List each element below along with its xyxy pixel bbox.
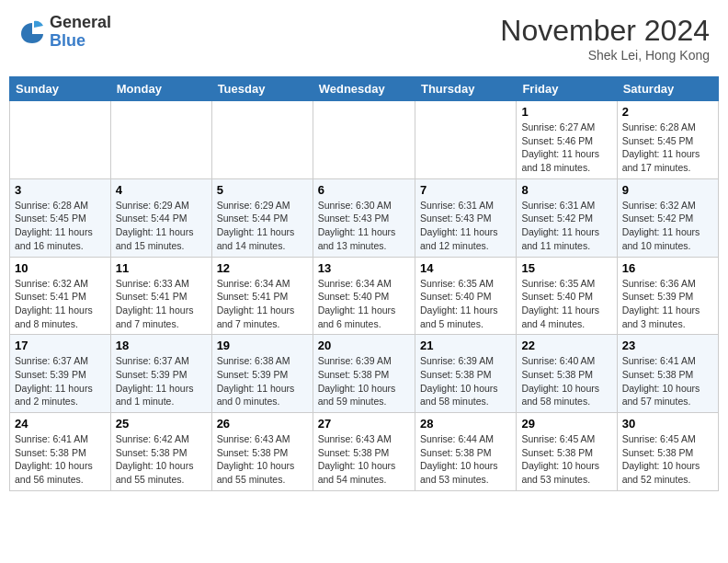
day-number: 26	[217, 417, 308, 431]
calendar-cell: 21Sunrise: 6:39 AM Sunset: 5:38 PM Dayli…	[415, 335, 516, 413]
day-number: 27	[318, 417, 410, 431]
day-info: Sunrise: 6:31 AM Sunset: 5:42 PM Dayligh…	[521, 199, 611, 253]
calendar-cell: 19Sunrise: 6:38 AM Sunset: 5:39 PM Dayli…	[211, 335, 313, 413]
day-info: Sunrise: 6:35 AM Sunset: 5:40 PM Dayligh…	[521, 277, 611, 331]
calendar-cell: 28Sunrise: 6:44 AM Sunset: 5:38 PM Dayli…	[415, 413, 516, 491]
logo-text: General Blue	[50, 14, 111, 51]
calendar-cell	[415, 101, 516, 179]
day-info: Sunrise: 6:37 AM Sunset: 5:39 PM Dayligh…	[116, 354, 207, 408]
logo-blue-text: Blue	[50, 32, 111, 51]
calendar-week-row: 17Sunrise: 6:37 AM Sunset: 5:39 PM Dayli…	[10, 335, 719, 413]
calendar-cell: 20Sunrise: 6:39 AM Sunset: 5:38 PM Dayli…	[313, 335, 415, 413]
calendar-cell: 17Sunrise: 6:37 AM Sunset: 5:39 PM Dayli…	[10, 335, 111, 413]
day-number: 12	[217, 261, 308, 275]
day-number: 8	[521, 183, 611, 197]
calendar-cell: 18Sunrise: 6:37 AM Sunset: 5:39 PM Dayli…	[110, 335, 211, 413]
day-info: Sunrise: 6:38 AM Sunset: 5:39 PM Dayligh…	[217, 354, 308, 408]
day-number: 13	[318, 261, 410, 275]
calendar-cell: 22Sunrise: 6:40 AM Sunset: 5:38 PM Dayli…	[517, 335, 617, 413]
day-number: 14	[420, 261, 511, 275]
day-info: Sunrise: 6:31 AM Sunset: 5:43 PM Dayligh…	[420, 199, 511, 253]
calendar-cell: 15Sunrise: 6:35 AM Sunset: 5:40 PM Dayli…	[517, 257, 617, 335]
day-info: Sunrise: 6:32 AM Sunset: 5:42 PM Dayligh…	[622, 199, 713, 253]
day-number: 7	[420, 183, 511, 197]
day-number: 22	[521, 339, 611, 352]
calendar-cell: 26Sunrise: 6:43 AM Sunset: 5:38 PM Dayli…	[211, 413, 313, 491]
day-info: Sunrise: 6:28 AM Sunset: 5:45 PM Dayligh…	[15, 199, 106, 253]
page-header: General Blue November 2024 Shek Lei, Hon…	[9, 9, 719, 67]
day-info: Sunrise: 6:29 AM Sunset: 5:44 PM Dayligh…	[217, 199, 308, 253]
day-number: 28	[420, 417, 511, 431]
weekday-header-sunday: Sunday	[10, 77, 111, 101]
day-number: 23	[622, 339, 713, 352]
day-info: Sunrise: 6:40 AM Sunset: 5:38 PM Dayligh…	[521, 354, 611, 408]
calendar-cell	[10, 101, 111, 179]
weekday-header-tuesday: Tuesday	[211, 77, 313, 101]
title-section: November 2024 Shek Lei, Hong Kong	[500, 14, 710, 63]
calendar-cell: 6Sunrise: 6:30 AM Sunset: 5:43 PM Daylig…	[313, 178, 415, 257]
day-info: Sunrise: 6:34 AM Sunset: 5:40 PM Dayligh…	[318, 277, 410, 331]
calendar-cell: 3Sunrise: 6:28 AM Sunset: 5:45 PM Daylig…	[10, 178, 111, 257]
day-info: Sunrise: 6:32 AM Sunset: 5:41 PM Dayligh…	[15, 277, 106, 331]
logo: General Blue	[18, 14, 111, 51]
day-number: 11	[116, 261, 207, 275]
day-number: 10	[15, 261, 106, 275]
day-number: 19	[217, 339, 308, 352]
logo-icon	[18, 18, 46, 46]
calendar-cell: 14Sunrise: 6:35 AM Sunset: 5:40 PM Dayli…	[415, 257, 516, 335]
day-number: 4	[116, 183, 207, 197]
day-number: 5	[217, 183, 308, 197]
day-info: Sunrise: 6:27 AM Sunset: 5:46 PM Dayligh…	[521, 121, 611, 175]
day-info: Sunrise: 6:28 AM Sunset: 5:45 PM Dayligh…	[622, 121, 713, 175]
calendar-cell	[313, 101, 415, 179]
month-title: November 2024	[500, 14, 710, 48]
weekday-header-wednesday: Wednesday	[313, 77, 415, 101]
day-number: 1	[521, 105, 611, 119]
day-info: Sunrise: 6:33 AM Sunset: 5:41 PM Dayligh…	[116, 277, 207, 331]
day-number: 21	[420, 339, 511, 352]
calendar-cell	[110, 101, 211, 179]
calendar-cell: 13Sunrise: 6:34 AM Sunset: 5:40 PM Dayli…	[313, 257, 415, 335]
day-info: Sunrise: 6:39 AM Sunset: 5:38 PM Dayligh…	[420, 354, 511, 408]
calendar-cell: 27Sunrise: 6:43 AM Sunset: 5:38 PM Dayli…	[313, 413, 415, 491]
day-info: Sunrise: 6:45 AM Sunset: 5:38 PM Dayligh…	[622, 432, 713, 487]
day-info: Sunrise: 6:45 AM Sunset: 5:38 PM Dayligh…	[521, 432, 611, 487]
calendar-cell: 29Sunrise: 6:45 AM Sunset: 5:38 PM Dayli…	[517, 413, 617, 491]
calendar-cell: 1Sunrise: 6:27 AM Sunset: 5:46 PM Daylig…	[517, 101, 617, 179]
calendar-cell: 24Sunrise: 6:41 AM Sunset: 5:38 PM Dayli…	[10, 413, 111, 491]
day-info: Sunrise: 6:43 AM Sunset: 5:38 PM Dayligh…	[318, 432, 410, 487]
day-info: Sunrise: 6:36 AM Sunset: 5:39 PM Dayligh…	[622, 277, 713, 331]
calendar-cell: 30Sunrise: 6:45 AM Sunset: 5:38 PM Dayli…	[617, 413, 718, 491]
day-info: Sunrise: 6:37 AM Sunset: 5:39 PM Dayligh…	[15, 354, 106, 408]
calendar-cell: 12Sunrise: 6:34 AM Sunset: 5:41 PM Dayli…	[211, 257, 313, 335]
calendar-cell: 5Sunrise: 6:29 AM Sunset: 5:44 PM Daylig…	[211, 178, 313, 257]
day-info: Sunrise: 6:30 AM Sunset: 5:43 PM Dayligh…	[318, 199, 410, 253]
day-info: Sunrise: 6:41 AM Sunset: 5:38 PM Dayligh…	[622, 354, 713, 408]
day-number: 6	[318, 183, 410, 197]
location-text: Shek Lei, Hong Kong	[500, 48, 710, 63]
logo-general-text: General	[50, 14, 111, 32]
day-info: Sunrise: 6:41 AM Sunset: 5:38 PM Dayligh…	[15, 432, 106, 487]
day-number: 30	[622, 417, 713, 431]
calendar-cell: 9Sunrise: 6:32 AM Sunset: 5:42 PM Daylig…	[617, 178, 718, 257]
day-number: 17	[15, 339, 106, 352]
day-number: 25	[116, 417, 207, 431]
calendar-cell: 23Sunrise: 6:41 AM Sunset: 5:38 PM Dayli…	[617, 335, 718, 413]
day-info: Sunrise: 6:34 AM Sunset: 5:41 PM Dayligh…	[217, 277, 308, 331]
calendar-table: SundayMondayTuesdayWednesdayThursdayFrid…	[9, 76, 719, 491]
calendar-cell: 10Sunrise: 6:32 AM Sunset: 5:41 PM Dayli…	[10, 257, 111, 335]
day-info: Sunrise: 6:39 AM Sunset: 5:38 PM Dayligh…	[318, 354, 410, 408]
calendar-cell: 25Sunrise: 6:42 AM Sunset: 5:38 PM Dayli…	[110, 413, 211, 491]
day-number: 9	[622, 183, 713, 197]
day-number: 24	[15, 417, 106, 431]
weekday-header-row: SundayMondayTuesdayWednesdayThursdayFrid…	[10, 77, 719, 101]
day-number: 15	[521, 261, 611, 275]
calendar-cell: 7Sunrise: 6:31 AM Sunset: 5:43 PM Daylig…	[415, 178, 516, 257]
calendar-week-row: 1Sunrise: 6:27 AM Sunset: 5:46 PM Daylig…	[10, 101, 719, 179]
calendar-cell: 2Sunrise: 6:28 AM Sunset: 5:45 PM Daylig…	[617, 101, 718, 179]
calendar-cell	[211, 101, 313, 179]
calendar-cell: 16Sunrise: 6:36 AM Sunset: 5:39 PM Dayli…	[617, 257, 718, 335]
weekday-header-friday: Friday	[517, 77, 617, 101]
calendar-cell: 11Sunrise: 6:33 AM Sunset: 5:41 PM Dayli…	[110, 257, 211, 335]
calendar-week-row: 10Sunrise: 6:32 AM Sunset: 5:41 PM Dayli…	[10, 257, 719, 335]
